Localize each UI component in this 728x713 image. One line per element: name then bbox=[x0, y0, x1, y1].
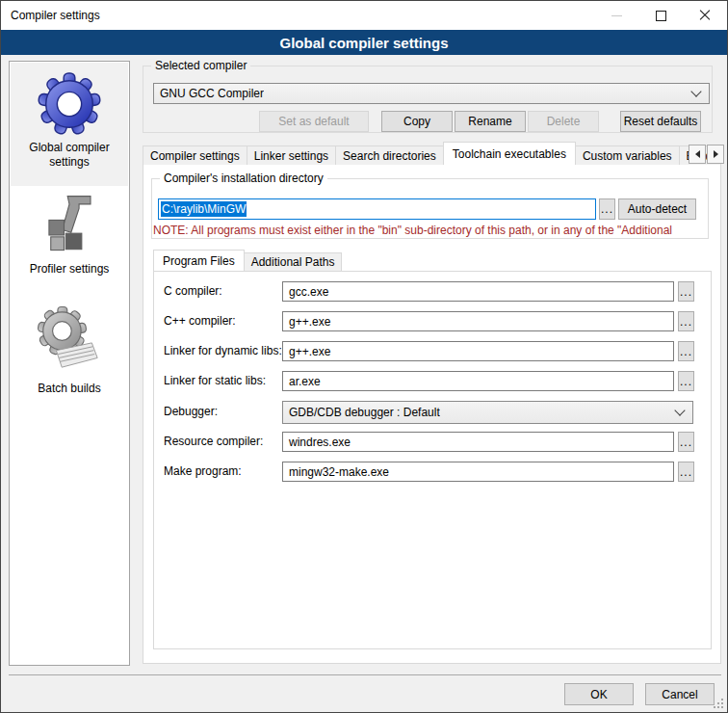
resource-compiler-input[interactable]: windres.exe bbox=[282, 432, 674, 452]
dynamic-linker-input[interactable]: g++.exe bbox=[282, 341, 674, 361]
tab-compiler-settings[interactable]: Compiler settings bbox=[143, 145, 247, 165]
sidebar-item-batch-builds[interactable]: Batch builds bbox=[11, 304, 128, 459]
group-label: Selected compiler bbox=[151, 59, 250, 72]
minimize-button bbox=[594, 1, 638, 30]
debugger-dropdown[interactable]: GDB/CDB debugger : Default bbox=[282, 401, 693, 424]
minimize-icon bbox=[611, 15, 622, 16]
blue-gear-icon bbox=[36, 70, 103, 138]
window-title: Compiler settings bbox=[11, 9, 100, 22]
reset-defaults-button[interactable]: Reset defaults bbox=[620, 111, 701, 132]
dynamic-linker-label: Linker for dynamic libs: bbox=[164, 344, 282, 357]
c-compiler-value: gcc.exe bbox=[289, 285, 328, 299]
browse-directory-button[interactable]: ... bbox=[599, 198, 615, 220]
close-icon bbox=[699, 10, 711, 21]
close-button[interactable] bbox=[683, 1, 727, 30]
tab-custom-variables[interactable]: Custom variables bbox=[575, 145, 680, 165]
tab-scroll-left-icon bbox=[695, 150, 700, 158]
bin-subdirectory-note: NOTE: All programs must exist either in … bbox=[153, 224, 710, 237]
cpp-compiler-input[interactable]: g++.exe bbox=[282, 311, 674, 331]
resource-compiler-value: windres.exe bbox=[289, 436, 351, 449]
selected-compiler-dropdown[interactable]: GNU GCC Compiler bbox=[153, 83, 710, 104]
installation-directory-input[interactable]: C:\raylib\MinGW bbox=[158, 198, 596, 220]
window-controls bbox=[594, 1, 727, 30]
copy-button[interactable]: Copy bbox=[381, 111, 453, 132]
cpp-compiler-browse-button[interactable]: ... bbox=[678, 311, 694, 331]
chevron-down-icon bbox=[674, 405, 685, 415]
page-title: Global compiler settings bbox=[1, 30, 727, 55]
static-linker-input[interactable]: ar.exe bbox=[282, 371, 674, 391]
footer-separator bbox=[9, 674, 721, 675]
cancel-button[interactable]: Cancel bbox=[645, 683, 715, 705]
set-as-default-button: Set as default bbox=[259, 111, 369, 132]
dynamic-linker-browse-button[interactable]: ... bbox=[678, 341, 694, 361]
auto-detect-button[interactable]: Auto-detect bbox=[618, 198, 696, 220]
sidebar-item-label: Profiler settings bbox=[11, 262, 128, 276]
sidebar-item-global-compiler-settings[interactable]: Global compiler settings bbox=[11, 63, 128, 186]
selected-compiler-value: GNU GCC Compiler bbox=[154, 87, 264, 100]
c-compiler-input[interactable]: gcc.exe bbox=[282, 281, 674, 302]
sidebar-item-label: Global compiler settings bbox=[11, 141, 128, 170]
tab-scroll-right-button[interactable] bbox=[707, 145, 724, 164]
make-program-label: Make program: bbox=[164, 464, 242, 478]
tab-scroll-right-icon bbox=[714, 150, 718, 158]
make-program-input[interactable]: mingw32-make.exe bbox=[282, 462, 674, 482]
delete-button: Delete bbox=[528, 111, 599, 132]
tab-linker-settings[interactable]: Linker settings bbox=[247, 145, 336, 165]
toolchain-executables-page: Compiler's installation directory C:\ray… bbox=[143, 164, 721, 664]
cpp-compiler-label: C++ compiler: bbox=[164, 314, 236, 328]
resize-grip[interactable] bbox=[714, 699, 723, 708]
make-program-value: mingw32-make.exe bbox=[289, 465, 389, 479]
caliper-icon bbox=[38, 191, 101, 258]
resource-compiler-browse-button[interactable]: ... bbox=[678, 432, 694, 452]
static-linker-value: ar.exe bbox=[289, 375, 321, 388]
tab-toolchain-executables[interactable]: Toolchain executables bbox=[443, 142, 576, 165]
resource-compiler-label: Resource compiler: bbox=[164, 435, 263, 448]
program-files-page: C compiler: gcc.exe ... C++ compiler: g+… bbox=[153, 271, 712, 649]
tab-additional-paths[interactable]: Additional Paths bbox=[244, 252, 343, 271]
chevron-down-icon bbox=[690, 86, 701, 96]
tab-scroll-left-button[interactable] bbox=[689, 145, 706, 164]
installation-directory-value: C:\raylib\MinGW bbox=[161, 201, 247, 217]
gray-gear-stack-icon bbox=[36, 304, 103, 374]
c-compiler-browse-button[interactable]: ... bbox=[678, 281, 694, 302]
settings-category-list: Global compiler settings Profiler settin… bbox=[9, 61, 130, 666]
tab-program-files[interactable]: Program Files bbox=[153, 250, 245, 271]
make-program-browse-button[interactable]: ... bbox=[678, 462, 694, 482]
compiler-settings-dialog: Compiler settings Global compiler settin… bbox=[0, 0, 728, 713]
ok-button[interactable]: OK bbox=[564, 683, 634, 705]
maximize-button[interactable] bbox=[638, 1, 683, 30]
compiler-settings-tabstrip: Compiler settings Linker settings Search… bbox=[143, 142, 720, 165]
titlebar[interactable]: Compiler settings bbox=[1, 1, 727, 30]
debugger-label: Debugger: bbox=[164, 405, 218, 418]
cpp-compiler-value: g++.exe bbox=[289, 315, 330, 329]
sidebar-item-label: Batch builds bbox=[11, 382, 128, 395]
debugger-value: GDB/CDB debugger : Default bbox=[283, 406, 440, 419]
c-compiler-label: C compiler: bbox=[164, 284, 222, 298]
tab-search-directories[interactable]: Search directories bbox=[335, 145, 444, 165]
program-files-tabstrip: Program Files Additional Paths bbox=[153, 250, 341, 271]
rename-button[interactable]: Rename bbox=[455, 111, 526, 132]
dynamic-linker-value: g++.exe bbox=[289, 345, 330, 358]
static-linker-label: Linker for static libs: bbox=[164, 374, 266, 387]
group-label: Compiler's installation directory bbox=[160, 172, 327, 185]
maximize-icon bbox=[656, 11, 666, 21]
static-linker-browse-button[interactable]: ... bbox=[678, 371, 694, 391]
